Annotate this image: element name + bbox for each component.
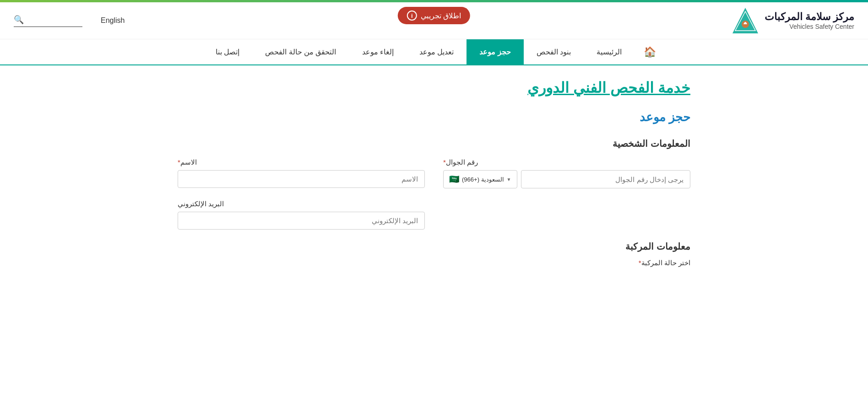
section-title: حجز موعد [178, 110, 690, 124]
saudi-flag-icon: 🇸🇦 [449, 174, 459, 184]
sidebar-item-cancel-appointment[interactable]: إلغاء موعد [349, 39, 407, 64]
logo-arabic: مركز سلامة المركبات [765, 11, 854, 23]
sidebar-item-book-appointment[interactable]: حجز موعد [467, 39, 523, 64]
phone-fields: ▼ السعودية (+966) 🇸🇦 [443, 170, 690, 188]
phone-field-group: رقم الجوال* ▼ السعودية (+966) 🇸🇦 [443, 158, 690, 188]
search-icon[interactable]: 🔍 [14, 15, 24, 25]
page-title: خدمة الفحص الفني الدوري [178, 79, 690, 96]
name-label: الاسم* [178, 158, 197, 166]
name-phone-row: رقم الجوال* ▼ السعودية (+966) 🇸🇦 الاسم* [178, 158, 690, 188]
header: مركز سلامة المركبات Vehicles Safety Cent… [0, 2, 868, 39]
language-toggle[interactable]: English [101, 16, 125, 25]
info-icon: i [407, 11, 417, 21]
country-code-selector[interactable]: ▼ السعودية (+966) 🇸🇦 [443, 170, 517, 188]
phone-label: رقم الجوال* [443, 158, 478, 166]
nav-items: 🏠 الرئيسية بنود الفحص حجز موعد تعديل موع… [9, 39, 859, 64]
beta-button-label: اطلاق تجريبي [421, 11, 461, 20]
search-input[interactable] [27, 16, 82, 23]
sidebar-item-inspection-standards[interactable]: بنود الفحص [524, 39, 584, 64]
beta-button-container: اطلاق تجريبي i [398, 7, 470, 24]
navigation-bar: 🏠 الرئيسية بنود الفحص حجز موعد تعديل موع… [0, 39, 868, 65]
search-area: 🔍 [14, 15, 82, 27]
email-row: البريد الإلكتروني [178, 200, 690, 230]
email-input[interactable] [178, 212, 425, 230]
name-input[interactable] [178, 170, 425, 188]
country-code-label: السعودية (+966) [462, 176, 504, 183]
logo-english: Vehicles Safety Center [765, 23, 854, 30]
chevron-down-icon: ▼ [507, 177, 511, 182]
vehicle-status-label: اختر حالة المركبة* [178, 259, 690, 267]
nav-home-icon[interactable]: 🏠 [635, 41, 665, 64]
logo-text: مركز سلامة المركبات Vehicles Safety Cent… [765, 11, 854, 30]
logo-area: مركز سلامة المركبات Vehicles Safety Cent… [732, 7, 854, 34]
personal-info-title: المعلومات الشخصية [178, 138, 690, 149]
email-field-group: البريد الإلكتروني [178, 200, 425, 230]
sidebar-item-check-status[interactable]: التحقق من حالة الفحص [252, 39, 349, 64]
logo-icon [732, 7, 759, 34]
main-content: خدمة الفحص الفني الدوري حجز موعد المعلوم… [159, 65, 709, 285]
header-left: 🔍 English [14, 15, 125, 27]
sidebar-item-contact-us[interactable]: إتصل بنا [203, 39, 252, 64]
phone-input[interactable] [521, 170, 691, 188]
sidebar-item-modify-appointment[interactable]: تعديل موعد [407, 39, 467, 64]
vehicle-info-title: معلومات المركبة [178, 241, 690, 252]
beta-launch-button[interactable]: اطلاق تجريبي i [398, 7, 470, 24]
email-label: البريد الإلكتروني [178, 200, 224, 208]
name-field-group: الاسم* [178, 158, 425, 188]
sidebar-item-home-page[interactable]: الرئيسية [584, 39, 635, 64]
vehicle-info-section: معلومات المركبة اختر حالة المركبة* [178, 241, 690, 267]
